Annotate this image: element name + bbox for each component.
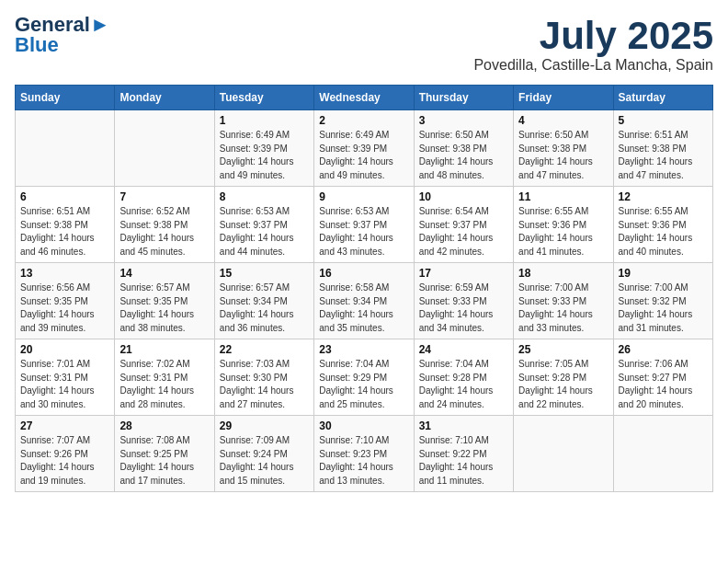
week-row-5: 27Sunrise: 7:07 AM Sunset: 9:26 PM Dayli… bbox=[16, 416, 713, 492]
day-info: Sunrise: 7:10 AM Sunset: 9:22 PM Dayligh… bbox=[419, 434, 508, 488]
day-cell: 16Sunrise: 6:58 AM Sunset: 9:34 PM Dayli… bbox=[314, 263, 414, 339]
day-number: 12 bbox=[619, 190, 708, 203]
day-info: Sunrise: 6:55 AM Sunset: 9:36 PM Dayligh… bbox=[518, 205, 608, 259]
day-info: Sunrise: 7:00 AM Sunset: 9:33 PM Dayligh… bbox=[518, 282, 608, 335]
day-info: Sunrise: 7:10 AM Sunset: 9:23 PM Dayligh… bbox=[319, 434, 408, 488]
day-number: 8 bbox=[220, 190, 309, 203]
day-number: 30 bbox=[319, 419, 408, 432]
day-number: 1 bbox=[220, 114, 309, 127]
day-number: 3 bbox=[419, 114, 508, 127]
day-info: Sunrise: 7:03 AM Sunset: 9:30 PM Dayligh… bbox=[220, 358, 309, 411]
day-cell: 17Sunrise: 6:59 AM Sunset: 9:33 PM Dayli… bbox=[414, 263, 513, 339]
day-cell: 26Sunrise: 7:06 AM Sunset: 9:27 PM Dayli… bbox=[613, 339, 712, 416]
day-number: 13 bbox=[20, 267, 109, 280]
day-number: 22 bbox=[220, 343, 309, 356]
day-cell: 8Sunrise: 6:53 AM Sunset: 9:37 PM Daylig… bbox=[214, 187, 313, 263]
day-number: 23 bbox=[319, 343, 408, 356]
day-cell: 1Sunrise: 6:49 AM Sunset: 9:39 PM Daylig… bbox=[214, 110, 313, 187]
header: General► Blue July 2025 Povedilla, Casti… bbox=[15, 15, 713, 74]
day-cell: 3Sunrise: 6:50 AM Sunset: 9:38 PM Daylig… bbox=[414, 110, 513, 187]
month-title: July 2025 bbox=[473, 15, 713, 57]
day-info: Sunrise: 7:07 AM Sunset: 9:26 PM Dayligh… bbox=[20, 434, 109, 488]
day-number: 27 bbox=[20, 419, 109, 432]
day-number: 6 bbox=[20, 190, 109, 203]
day-info: Sunrise: 7:05 AM Sunset: 9:28 PM Dayligh… bbox=[518, 358, 608, 411]
day-cell: 27Sunrise: 7:07 AM Sunset: 9:26 PM Dayli… bbox=[16, 416, 115, 492]
day-info: Sunrise: 7:04 AM Sunset: 9:28 PM Dayligh… bbox=[419, 358, 508, 411]
day-cell: 9Sunrise: 6:53 AM Sunset: 9:37 PM Daylig… bbox=[314, 187, 414, 263]
day-info: Sunrise: 6:54 AM Sunset: 9:37 PM Dayligh… bbox=[419, 205, 508, 259]
day-cell: 31Sunrise: 7:10 AM Sunset: 9:22 PM Dayli… bbox=[414, 416, 513, 492]
day-info: Sunrise: 6:57 AM Sunset: 9:35 PM Dayligh… bbox=[119, 282, 209, 335]
day-cell: 7Sunrise: 6:52 AM Sunset: 9:38 PM Daylig… bbox=[115, 187, 214, 263]
day-info: Sunrise: 7:02 AM Sunset: 9:31 PM Dayligh… bbox=[119, 358, 209, 411]
day-info: Sunrise: 6:49 AM Sunset: 9:39 PM Dayligh… bbox=[319, 129, 408, 182]
day-cell: 15Sunrise: 6:57 AM Sunset: 9:34 PM Dayli… bbox=[214, 263, 313, 339]
day-cell: 14Sunrise: 6:57 AM Sunset: 9:35 PM Dayli… bbox=[115, 263, 214, 339]
logo: General► Blue bbox=[15, 15, 110, 55]
day-number: 7 bbox=[119, 190, 209, 203]
day-cell: 30Sunrise: 7:10 AM Sunset: 9:23 PM Dayli… bbox=[314, 416, 414, 492]
day-info: Sunrise: 6:49 AM Sunset: 9:39 PM Dayligh… bbox=[220, 129, 309, 182]
logo-blue: Blue bbox=[15, 35, 59, 55]
day-cell bbox=[514, 416, 613, 492]
day-cell bbox=[115, 110, 214, 187]
day-number: 20 bbox=[20, 343, 109, 356]
day-number: 29 bbox=[220, 419, 309, 432]
title-area: July 2025 Povedilla, Castille-La Mancha,… bbox=[473, 15, 713, 74]
day-info: Sunrise: 7:09 AM Sunset: 9:24 PM Dayligh… bbox=[220, 434, 309, 488]
day-info: Sunrise: 7:00 AM Sunset: 9:32 PM Dayligh… bbox=[619, 282, 708, 335]
day-cell: 13Sunrise: 6:56 AM Sunset: 9:35 PM Dayli… bbox=[16, 263, 115, 339]
day-cell: 10Sunrise: 6:54 AM Sunset: 9:37 PM Dayli… bbox=[414, 187, 513, 263]
day-number: 21 bbox=[119, 343, 209, 356]
day-number: 2 bbox=[319, 114, 408, 127]
day-cell: 18Sunrise: 7:00 AM Sunset: 9:33 PM Dayli… bbox=[514, 263, 613, 339]
week-row-4: 20Sunrise: 7:01 AM Sunset: 9:31 PM Dayli… bbox=[16, 339, 713, 416]
day-info: Sunrise: 6:55 AM Sunset: 9:36 PM Dayligh… bbox=[619, 205, 708, 259]
day-info: Sunrise: 7:01 AM Sunset: 9:31 PM Dayligh… bbox=[20, 358, 109, 411]
day-info: Sunrise: 7:06 AM Sunset: 9:27 PM Dayligh… bbox=[619, 358, 708, 411]
day-cell: 6Sunrise: 6:51 AM Sunset: 9:38 PM Daylig… bbox=[16, 187, 115, 263]
week-row-3: 13Sunrise: 6:56 AM Sunset: 9:35 PM Dayli… bbox=[16, 263, 713, 339]
column-header-wednesday: Wednesday bbox=[314, 86, 414, 110]
location-title: Povedilla, Castille-La Mancha, Spain bbox=[473, 57, 713, 74]
day-number: 4 bbox=[518, 114, 608, 127]
day-number: 5 bbox=[619, 114, 708, 127]
day-cell: 28Sunrise: 7:08 AM Sunset: 9:25 PM Dayli… bbox=[115, 416, 214, 492]
day-cell bbox=[613, 416, 712, 492]
column-header-sunday: Sunday bbox=[16, 86, 115, 110]
day-cell: 11Sunrise: 6:55 AM Sunset: 9:36 PM Dayli… bbox=[514, 187, 613, 263]
day-number: 25 bbox=[518, 343, 608, 356]
day-info: Sunrise: 6:51 AM Sunset: 9:38 PM Dayligh… bbox=[619, 129, 708, 182]
day-info: Sunrise: 6:57 AM Sunset: 9:34 PM Dayligh… bbox=[220, 282, 309, 335]
column-header-monday: Monday bbox=[115, 86, 214, 110]
day-cell: 24Sunrise: 7:04 AM Sunset: 9:28 PM Dayli… bbox=[414, 339, 513, 416]
day-cell: 12Sunrise: 6:55 AM Sunset: 9:36 PM Dayli… bbox=[613, 187, 712, 263]
day-cell: 5Sunrise: 6:51 AM Sunset: 9:38 PM Daylig… bbox=[613, 110, 712, 187]
day-cell: 20Sunrise: 7:01 AM Sunset: 9:31 PM Dayli… bbox=[16, 339, 115, 416]
day-cell: 29Sunrise: 7:09 AM Sunset: 9:24 PM Dayli… bbox=[214, 416, 313, 492]
day-cell: 21Sunrise: 7:02 AM Sunset: 9:31 PM Dayli… bbox=[115, 339, 214, 416]
calendar-table: SundayMondayTuesdayWednesdayThursdayFrid… bbox=[15, 85, 713, 492]
logo-text: General► bbox=[15, 15, 110, 35]
column-header-friday: Friday bbox=[514, 86, 613, 110]
day-cell: 19Sunrise: 7:00 AM Sunset: 9:32 PM Dayli… bbox=[613, 263, 712, 339]
day-info: Sunrise: 6:50 AM Sunset: 9:38 PM Dayligh… bbox=[518, 129, 608, 182]
day-cell: 22Sunrise: 7:03 AM Sunset: 9:30 PM Dayli… bbox=[214, 339, 313, 416]
column-header-saturday: Saturday bbox=[613, 86, 712, 110]
day-number: 26 bbox=[619, 343, 708, 356]
column-header-tuesday: Tuesday bbox=[214, 86, 313, 110]
day-number: 9 bbox=[319, 190, 408, 203]
day-info: Sunrise: 6:56 AM Sunset: 9:35 PM Dayligh… bbox=[20, 282, 109, 335]
column-header-thursday: Thursday bbox=[414, 86, 513, 110]
day-info: Sunrise: 6:50 AM Sunset: 9:38 PM Dayligh… bbox=[419, 129, 508, 182]
day-cell: 25Sunrise: 7:05 AM Sunset: 9:28 PM Dayli… bbox=[514, 339, 613, 416]
day-number: 18 bbox=[518, 267, 608, 280]
day-cell: 23Sunrise: 7:04 AM Sunset: 9:29 PM Dayli… bbox=[314, 339, 414, 416]
day-info: Sunrise: 6:53 AM Sunset: 9:37 PM Dayligh… bbox=[319, 205, 408, 259]
day-number: 17 bbox=[419, 267, 508, 280]
day-number: 10 bbox=[419, 190, 508, 203]
week-row-2: 6Sunrise: 6:51 AM Sunset: 9:38 PM Daylig… bbox=[16, 187, 713, 263]
day-info: Sunrise: 6:59 AM Sunset: 9:33 PM Dayligh… bbox=[419, 282, 508, 335]
day-info: Sunrise: 6:53 AM Sunset: 9:37 PM Dayligh… bbox=[220, 205, 309, 259]
